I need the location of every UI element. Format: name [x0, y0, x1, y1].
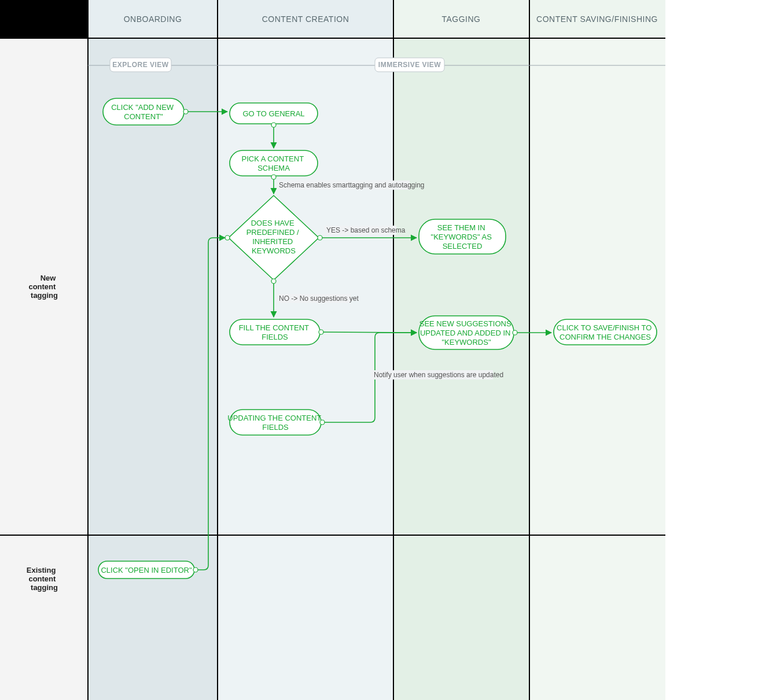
svg-point-35	[320, 420, 325, 425]
svg-point-38	[193, 568, 198, 572]
svg-text:IMMERSIVE VIEW: IMMERSIVE VIEW	[378, 61, 441, 69]
label-yes-branch: YES -> based on schema	[326, 226, 406, 234]
label-no-branch: NO -> No suggestions yet	[279, 294, 359, 303]
svg-text:CLICK TO SAVE/FINISH TO
      : CLICK TO SAVE/FINISH TO CONFIRM THE CHAN…	[557, 323, 654, 341]
node-updating-fields: UPDATING THE CONTENT FIELDS	[227, 410, 325, 435]
col-content-creation-label: CONTENT CREATION	[262, 14, 349, 24]
node-fill-content-fields: FILL THE CONTENT FIELDS	[230, 319, 323, 345]
svg-point-22	[225, 235, 230, 240]
svg-point-15	[271, 123, 276, 127]
node-see-suggestions: SEE NEW SUGGESTIONS UPDATED AND ADDED IN…	[419, 316, 517, 349]
node-pick-schema: PICK A CONTENT SCHEMA	[230, 150, 318, 179]
row-header-column-bg	[0, 0, 88, 700]
node-save-finish: CLICK TO SAVE/FINISH TO CONFIRM THE CHAN…	[554, 319, 657, 345]
svg-point-12	[183, 109, 188, 114]
col-saving-label: CONTENT SAVING/FINISHING	[536, 14, 658, 24]
col-onboarding-label: ONBOARDING	[124, 14, 182, 24]
col-tagging-bg	[393, 0, 529, 700]
col-saving-bg	[529, 0, 665, 700]
node-open-in-editor: CLICK "OPEN IN EDITOR"	[98, 561, 198, 579]
node-click-add-new: CLICK "ADD NEW CONTENT"	[103, 98, 188, 125]
svg-point-27	[319, 330, 323, 334]
node-go-to-general: GO TO GENERAL	[230, 103, 318, 127]
svg-text:DOES HAVE
      PREDEFINED /
 : DOES HAVE PREDEFINED / INHERITED KEYWORD…	[246, 219, 301, 255]
svg-point-30	[513, 330, 517, 335]
svg-text:GO TO GENERAL: GO TO GENERAL	[242, 109, 304, 118]
header-corner-black	[0, 0, 88, 38]
svg-text:CLICK "OPEN IN EDITOR": CLICK "OPEN IN EDITOR"	[101, 566, 192, 574]
svg-point-21	[318, 235, 322, 240]
label-notify-update: Notify user when suggestions are updated	[374, 371, 503, 379]
label-schema-enables: Schema enables smarttagging and autotagg…	[279, 181, 425, 189]
svg-point-18	[271, 175, 276, 179]
col-tagging-label: TAGGING	[441, 14, 480, 24]
svg-text:EXPLORE VIEW: EXPLORE VIEW	[112, 61, 169, 69]
node-see-keywords-selected: SEE THEM IN "KEYWORDS" AS SELECTED	[419, 219, 506, 254]
svg-rect-10	[103, 98, 184, 125]
flowchart-canvas: ONBOARDING CONTENT CREATION TAGGING CONT…	[0, 0, 773, 700]
svg-point-20	[271, 279, 276, 283]
row-existing-tagging-label: Existing content tagging	[27, 566, 58, 592]
